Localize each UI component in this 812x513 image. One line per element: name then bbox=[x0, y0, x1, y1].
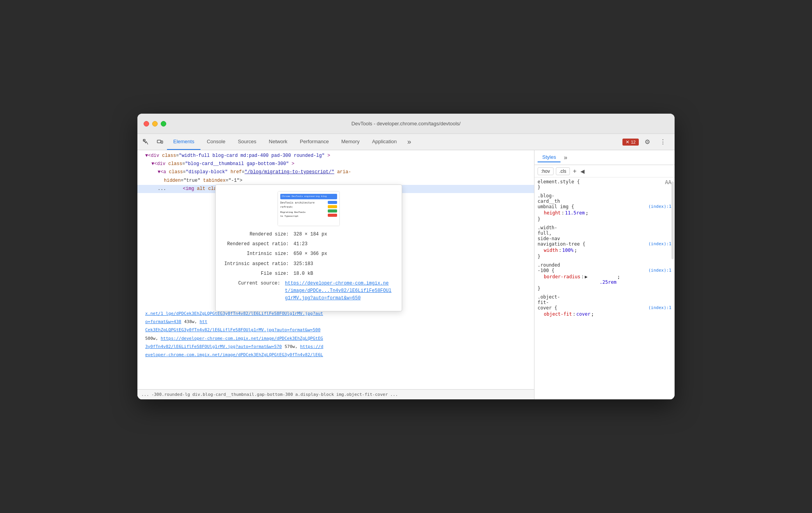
traffic-lights bbox=[144, 121, 166, 126]
html-line: ▼<div class="blog-card__thumbnail gap-bo… bbox=[137, 160, 534, 168]
breadcrumb-bar: ... -300.rounded-lg div.blog-card__thumb… bbox=[137, 389, 534, 399]
rendered-aspect-value: 41:23 bbox=[294, 241, 308, 248]
file-size-row: File size: 18.0 kB bbox=[223, 270, 394, 278]
error-count: 12 bbox=[631, 140, 636, 144]
tab-application[interactable]: Application bbox=[366, 134, 403, 150]
cls-button[interactable]: .cls bbox=[556, 167, 570, 175]
file-size-value: 18.0 kB bbox=[294, 270, 313, 278]
style-rule-header: .rounded-100 { (index):1 bbox=[538, 262, 671, 273]
maximize-button[interactable] bbox=[161, 121, 166, 126]
rendered-aspect-row: Rendered aspect ratio: 41:23 bbox=[223, 241, 394, 248]
error-icon: ✕ bbox=[626, 139, 629, 145]
html-line: ▼<a class="display-block" href="/blog/mi… bbox=[137, 168, 534, 176]
style-rule-element: element.style { AA } bbox=[534, 179, 675, 190]
style-property: width : 100% ; bbox=[538, 248, 671, 253]
file-size-label: File size: bbox=[223, 270, 294, 278]
intrinsic-aspect-row: Intrinsic aspect ratio: 325:183 bbox=[223, 260, 394, 268]
style-property: object-fit : cover ; bbox=[538, 311, 671, 317]
breadcrumb-more[interactable]: ... bbox=[141, 392, 150, 397]
image-tooltip: Chrome DevTools engineering blog DevTool… bbox=[215, 184, 402, 311]
triangle-expand-icon[interactable]: ▶ bbox=[585, 274, 587, 285]
style-source-link[interactable]: (index):1 bbox=[648, 305, 671, 310]
style-property: height : 11.5rem ; bbox=[538, 210, 671, 216]
styles-toolbar: :hov .cls + ◀ bbox=[534, 165, 675, 177]
tab-elements[interactable]: Elements bbox=[167, 134, 200, 150]
styles-content[interactable]: element.style { AA } .blog-card__thumbna… bbox=[534, 177, 675, 399]
devtools-toolbar: Elements Console Sources Network Perform… bbox=[137, 134, 675, 150]
error-badge[interactable]: ✕ 12 bbox=[622, 139, 639, 146]
style-closing: } bbox=[538, 216, 671, 222]
html-line: o=format&w=438 438w, htt bbox=[137, 318, 534, 326]
style-selector: element.style { AA bbox=[538, 179, 671, 184]
elements-panel: ▼<div class="width-full blog-card md:pad… bbox=[137, 150, 534, 399]
more-options-icon[interactable]: ⋮ bbox=[656, 134, 670, 150]
add-style-rule-button[interactable]: + bbox=[572, 167, 577, 176]
current-source-row: Current source: https://developer-chrome… bbox=[223, 280, 394, 302]
breadcrumb-end[interactable]: ... bbox=[389, 392, 399, 397]
title-bar: DevTools - developer.chrome.com/tags/dev… bbox=[137, 114, 675, 134]
current-source-label: Current source: bbox=[223, 280, 285, 287]
tooltip-image-preview: Chrome DevTools engineering blog DevTool… bbox=[278, 191, 340, 226]
rendered-aspect-label: Rendered aspect ratio: bbox=[223, 241, 294, 248]
style-rule-rounded: .rounded-100 { (index):1 border-radius :… bbox=[534, 262, 675, 291]
style-source-link[interactable]: (index):1 bbox=[648, 204, 671, 209]
text-size-icon[interactable]: AA bbox=[665, 179, 671, 185]
breadcrumb-item-1[interactable]: -300.rounded-lg bbox=[151, 392, 191, 397]
style-closing: } bbox=[538, 254, 671, 259]
style-rule-object-fit: .object-fit-cover { (index):1 object-fit… bbox=[534, 294, 675, 317]
styles-more-tabs[interactable]: » bbox=[562, 153, 569, 163]
breadcrumb-item-3[interactable]: a.display-block bbox=[295, 392, 335, 397]
html-line: 500w, https://developer-chrome-com.imgix… bbox=[137, 335, 534, 343]
settings-icon[interactable]: ⚙ bbox=[640, 134, 654, 150]
styles-header: Styles » bbox=[534, 150, 675, 165]
intrinsic-aspect-value: 325:183 bbox=[294, 260, 313, 268]
device-toggle-icon[interactable] bbox=[153, 134, 167, 150]
intrinsic-size-value: 650 × 366 px bbox=[294, 250, 327, 258]
html-line: eveloper-chrome-com.imgix.net/image/dPDC… bbox=[137, 351, 534, 359]
rendered-size-value: 328 × 184 px bbox=[294, 231, 327, 238]
tab-styles[interactable]: Styles bbox=[538, 153, 561, 162]
styles-scrollbar[interactable] bbox=[671, 181, 674, 259]
svg-rect-2 bbox=[161, 141, 163, 143]
elements-content[interactable]: ▼<div class="width-full blog-card md:pad… bbox=[137, 150, 534, 389]
html-line: Cek3EhZgLQPGtEG3y0fTn4v82/lE6LiflFe58FOU… bbox=[137, 326, 534, 334]
devtools-window: DevTools - developer.chrome.com/tags/dev… bbox=[137, 114, 675, 399]
devtools-body: ▼<div class="width-full blog-card md:pad… bbox=[137, 150, 675, 399]
intrinsic-size-row: Intrinsic size: 650 × 366 px bbox=[223, 250, 394, 258]
html-line: 3y0fTn4v82/lE6LiflFe58FOUlg1rMV.jpg?auto… bbox=[137, 343, 534, 351]
breadcrumb-item-4[interactable]: img.object-fit-cover bbox=[336, 392, 388, 397]
style-source-link[interactable]: (index):1 bbox=[648, 241, 671, 246]
style-source-link[interactable]: (index):1 bbox=[648, 268, 671, 273]
close-button[interactable] bbox=[144, 121, 149, 126]
style-rule-header: .object-fit-cover { (index):1 bbox=[538, 294, 671, 311]
style-rule-header: .width-full,side-navnavigation-tree { (i… bbox=[538, 225, 671, 247]
style-closing: } bbox=[538, 286, 671, 291]
style-closing: } bbox=[538, 184, 671, 190]
tab-network[interactable]: Network bbox=[263, 134, 294, 150]
styles-panel: Styles » :hov .cls + ◀ bbox=[534, 150, 675, 399]
html-line: ▼<div class="width-full blog-card md:pad… bbox=[137, 152, 534, 160]
toolbar-right: ✕ 12 ⚙ ⋮ bbox=[619, 134, 673, 150]
rendered-size-row: Rendered size: 328 × 184 px bbox=[223, 231, 394, 238]
style-rule-header: .blog-card__thumbnail img { (index):1 bbox=[538, 193, 671, 209]
intrinsic-aspect-label: Intrinsic aspect ratio: bbox=[223, 260, 294, 268]
toggle-sidebar-button[interactable]: ◀ bbox=[580, 167, 585, 175]
inspector-icon[interactable] bbox=[139, 134, 153, 150]
intrinsic-size-label: Intrinsic size: bbox=[223, 250, 294, 258]
pseudo-class-button[interactable]: :hov bbox=[538, 167, 554, 175]
tab-bar: Elements Console Sources Network Perform… bbox=[167, 134, 619, 150]
html-line: hidden="true" tabindex="-1"> bbox=[137, 177, 534, 185]
style-rule-thumbnail: .blog-card__thumbnail img { (index):1 he… bbox=[534, 193, 675, 222]
rendered-size-label: Rendered size: bbox=[223, 231, 294, 238]
breadcrumb-item-2[interactable]: div.blog-card__thumbnail.gap-bottom-300 bbox=[192, 392, 294, 397]
style-property: border-radius : ▶ .25rem ; bbox=[538, 274, 671, 285]
current-source-value[interactable]: https://developer-chrome-com.imgix.net/i… bbox=[285, 280, 394, 302]
tab-sources[interactable]: Sources bbox=[232, 134, 263, 150]
minimize-button[interactable] bbox=[152, 121, 158, 126]
style-rule-width-full: .width-full,side-navnavigation-tree { (i… bbox=[534, 225, 675, 259]
more-tabs-button[interactable]: » bbox=[403, 134, 415, 150]
window-title: DevTools - developer.chrome.com/tags/dev… bbox=[352, 121, 460, 126]
tab-console[interactable]: Console bbox=[200, 134, 232, 150]
tab-memory[interactable]: Memory bbox=[335, 134, 366, 150]
tab-performance[interactable]: Performance bbox=[294, 134, 335, 150]
